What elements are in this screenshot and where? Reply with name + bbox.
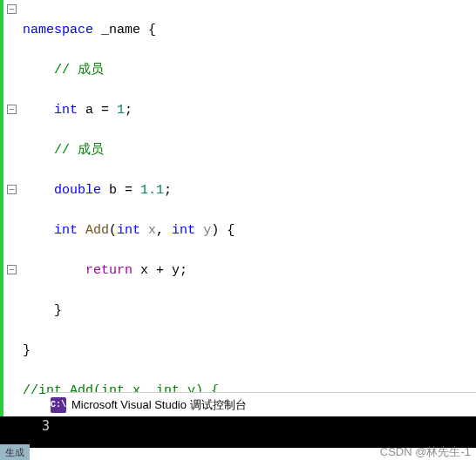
expr: x bbox=[133, 263, 156, 278]
terminal-output[interactable]: 3 bbox=[0, 416, 476, 448]
func-name: Add bbox=[78, 223, 109, 238]
brace-close: } bbox=[23, 343, 31, 358]
type-double: double bbox=[54, 183, 101, 198]
param-name: x bbox=[140, 223, 156, 238]
param-type: int bbox=[117, 223, 140, 238]
fold-toggle[interactable]: − bbox=[7, 105, 17, 114]
decl: b = bbox=[101, 183, 140, 198]
terminal-text: 3 bbox=[42, 418, 50, 434]
console-titlebar[interactable]: C:\ Microsoft Visual Studio 调试控制台 bbox=[45, 392, 476, 416]
watermark: CSDN @林先生-1 bbox=[380, 444, 471, 460]
vs-console-icon: C:\ bbox=[51, 397, 66, 413]
number: 1.1 bbox=[140, 183, 164, 198]
fold-gutter: − − − − bbox=[0, 0, 17, 460]
fold-toggle[interactable]: − bbox=[7, 4, 17, 14]
comma: , bbox=[156, 223, 172, 238]
param-type: int bbox=[172, 223, 195, 238]
brace-close: } bbox=[54, 303, 62, 318]
fold-toggle[interactable]: − bbox=[7, 265, 17, 274]
paren-open: ( bbox=[109, 223, 117, 238]
semicolon: ; bbox=[164, 183, 172, 198]
plus-op: + bbox=[156, 263, 164, 278]
namespace-id: _name { bbox=[93, 23, 156, 37]
type-int: int bbox=[54, 223, 78, 238]
type-int: int bbox=[54, 103, 78, 118]
comment: // 成员 bbox=[54, 63, 104, 78]
keyword-namespace: namespace bbox=[23, 23, 93, 37]
decl: a = bbox=[78, 103, 117, 118]
keyword-return: return bbox=[85, 263, 133, 278]
code-editor: − − − − namespace _name { // 成员 int a = … bbox=[0, 0, 476, 460]
comment: // 成员 bbox=[54, 143, 104, 158]
expr: y; bbox=[164, 263, 187, 278]
code-area[interactable]: namespace _name { // 成员 int a = 1; // 成员… bbox=[17, 0, 476, 460]
fold-toggle[interactable]: − bbox=[7, 185, 17, 194]
semicolon: ; bbox=[125, 103, 133, 118]
paren-close: ) { bbox=[211, 223, 235, 238]
build-status: 生成 bbox=[0, 444, 30, 460]
number: 1 bbox=[117, 103, 125, 118]
param-name: y bbox=[195, 223, 211, 238]
console-title: Microsoft Visual Studio 调试控制台 bbox=[71, 397, 247, 413]
